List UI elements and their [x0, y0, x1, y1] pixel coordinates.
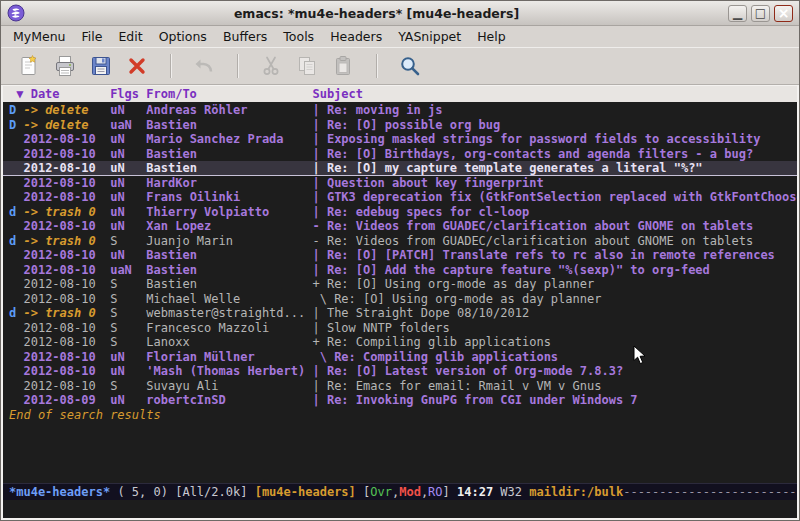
mark-indicator	[9, 161, 23, 175]
mark-indicator	[9, 393, 23, 407]
menu-file[interactable]: File	[74, 27, 111, 46]
mark-indicator	[9, 132, 23, 146]
message-subject: | Re: [O] my capture template generates …	[312, 161, 702, 175]
modeline-segment-ovr: Ovr	[370, 485, 392, 499]
menu-tools[interactable]: Tools	[275, 27, 322, 46]
modeline-segment-maildir: maildir:/bulk	[529, 485, 623, 499]
mark-indicator	[9, 176, 23, 190]
save-button[interactable]	[84, 51, 118, 81]
message-row[interactable]: 2012-08-09 uN robertcInSD | Re: Invoking…	[3, 393, 797, 408]
message-flags: uN	[110, 205, 146, 219]
message-date: 2012-08-10	[23, 263, 110, 277]
message-row[interactable]: 2012-08-10 S Lanoxx + Re: Compiling glib…	[3, 335, 797, 350]
menu-edit[interactable]: Edit	[110, 27, 150, 46]
message-row[interactable]: 2012-08-10 uN Bastien | Re: [O] Birthday…	[3, 147, 797, 162]
menu-yasnippet[interactable]: YASnippet	[390, 27, 469, 46]
modeline-segment-mod: Mod	[399, 485, 421, 499]
message-from: Bastien	[146, 147, 312, 161]
toolbar-separator	[376, 54, 377, 78]
mark-indicator: D	[9, 118, 23, 132]
new-file-button[interactable]	[12, 51, 46, 81]
message-row[interactable]: D -> delete uaN Bastien | Re: [O] possib…	[3, 118, 797, 133]
menu-headers[interactable]: Headers	[322, 27, 390, 46]
menu-mymenu[interactable]: MyMenu	[5, 27, 74, 46]
message-date: 2012-08-10	[23, 248, 110, 262]
menu-options[interactable]: Options	[151, 27, 215, 46]
message-date: 2012-08-09	[23, 393, 110, 407]
message-date: 2012-08-10	[23, 364, 110, 378]
message-subject: | The Straight Dope 08/10/2012	[312, 306, 529, 320]
toolbar	[1, 47, 799, 85]
message-from: Bastien	[146, 118, 312, 132]
mode-line[interactable]: *mu4e-headers* ( 5, 0) [All/2.0k] [mu4e-…	[3, 483, 797, 500]
mark-indicator	[9, 335, 23, 349]
message-from: Florian Müllner	[146, 350, 312, 364]
message-subject: | Re: [O] possible org bug	[312, 118, 500, 132]
message-subject: | Re: [O] Birthdays, org-contacts and ag…	[312, 147, 753, 161]
copy-button[interactable]	[290, 51, 324, 81]
message-date: 2012-08-10	[23, 190, 110, 204]
close-button[interactable]	[120, 51, 154, 81]
mark-indicator	[9, 248, 23, 262]
message-row[interactable]: 2012-08-10 S Suvayu Ali | Re: Emacs for …	[3, 379, 797, 394]
message-row[interactable]: 2012-08-10 uaN Bastien | Re: [O] Add the…	[3, 263, 797, 278]
message-row[interactable]: D -> delete uN Andreas Röhler | Re: movi…	[3, 103, 797, 118]
message-flags: uN	[110, 248, 146, 262]
message-row[interactable]: 2012-08-10 uN Frans Oilinki | GTK3 depre…	[3, 190, 797, 205]
message-flags: uN	[110, 393, 146, 407]
modeline-segment-dashes: ----------------------------------------…	[623, 485, 797, 499]
message-from: Michael Welle	[146, 292, 312, 306]
maximize-button[interactable]: □	[751, 5, 770, 22]
mark-indicator	[9, 147, 23, 161]
minimize-button[interactable]: ▁	[728, 5, 747, 22]
message-subject: | Slow NNTP folders	[312, 321, 449, 335]
message-date: 2012-08-10	[23, 277, 110, 291]
message-subject: + Re: [O] Using org-mode as day planner	[312, 277, 594, 291]
message-row[interactable]: 2012-08-10 S Bastien + Re: [O] Using org…	[3, 277, 797, 292]
message-from: Suvayu Ali	[146, 379, 312, 393]
menu-buffers[interactable]: Buffers	[215, 27, 275, 46]
message-date: 2012-08-10	[23, 219, 110, 233]
header-line[interactable]: ▼ Date Flgs From/To Subject	[3, 86, 797, 102]
message-date: 2012-08-10	[23, 132, 110, 146]
modeline-segment-time: 14:27	[457, 485, 493, 499]
message-row[interactable]: 2012-08-10 uN 'Mash (Thomas Herbert) | R…	[3, 364, 797, 379]
message-row[interactable]: 2012-08-10 S Michael Welle \ Re: [O] Usi…	[3, 292, 797, 307]
message-row[interactable]: d -> trash 0 uN Thierry Volpiatto | Re: …	[3, 205, 797, 220]
message-subject: | Re: [O] Add the capture feature "%(sex…	[312, 263, 709, 277]
mark-indicator	[9, 379, 23, 393]
message-row[interactable]: 2012-08-10 S Francesco Mazzoli | Slow NN…	[3, 321, 797, 336]
title-bar[interactable]: emacs: *mu4e-headers* [mu4e-headers] ▁ □…	[1, 1, 799, 26]
undo-button[interactable]	[187, 51, 221, 81]
search-button[interactable]	[393, 51, 427, 81]
message-row[interactable]: 2012-08-10 uN Mario Sanchez Prada | Expo…	[3, 132, 797, 147]
message-flags: S	[110, 234, 146, 248]
close-button[interactable]: ×	[774, 5, 793, 22]
minibuffer[interactable]	[3, 500, 797, 518]
modeline-segment-buffer: *mu4e-headers*	[9, 485, 110, 499]
message-row[interactable]: d -> trash 0 S Juanjo Marin - Re: Videos…	[3, 234, 797, 249]
print-button[interactable]	[48, 51, 82, 81]
message-row[interactable]: 2012-08-10 uN Xan Lopez - Re: Videos fro…	[3, 219, 797, 234]
message-from: robertcInSD	[146, 393, 312, 407]
window-controls: ▁ □ ×	[728, 5, 793, 22]
message-row[interactable]: d -> trash 0 S webmaster@straightd... | …	[3, 306, 797, 321]
message-row[interactable]: 2012-08-10 uN Bastien | Re: [O] my captu…	[3, 161, 797, 176]
mark-indicator	[9, 263, 23, 277]
cut-button[interactable]	[254, 51, 288, 81]
paste-button[interactable]	[326, 51, 360, 81]
headers-buffer[interactable]: D -> delete uN Andreas Röhler | Re: movi…	[3, 102, 797, 483]
message-date: 2012-08-10	[23, 379, 110, 393]
menu-help[interactable]: Help	[469, 27, 514, 46]
message-subject: \ Re: Compiling glib applications	[312, 350, 558, 364]
modeline-segment-plain: ( 5, 0) [All/2.0k]	[110, 485, 255, 499]
message-flags: uN	[110, 103, 146, 117]
buffer-frame: ▼ Date Flgs From/To Subject D -> delete …	[1, 85, 799, 520]
message-flags: uaN	[110, 263, 146, 277]
message-row[interactable]: 2012-08-10 uN Bastien | Re: [O] [PATCH] …	[3, 248, 797, 263]
message-from: 'Mash (Thomas Herbert)	[146, 364, 312, 378]
message-row[interactable]: 2012-08-10 uN Florian Müllner \ Re: Comp…	[3, 350, 797, 365]
message-row[interactable]: 2012-08-10 uN HardKor | Question about k…	[3, 176, 797, 191]
window-title: emacs: *mu4e-headers* [mu4e-headers]	[31, 6, 722, 21]
mark-indicator	[9, 190, 23, 204]
